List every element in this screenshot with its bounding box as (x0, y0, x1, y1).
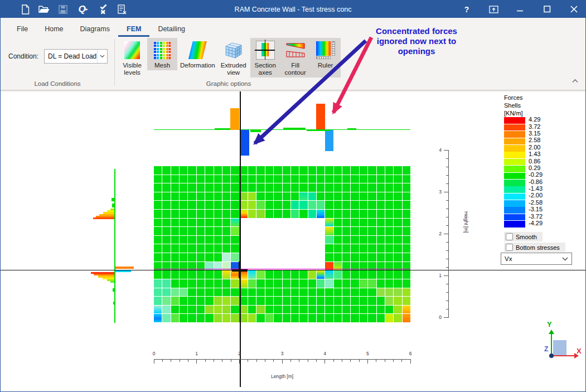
wall-opening (308, 244, 316, 253)
help-icon[interactable]: ? (461, 3, 473, 16)
component-select[interactable]: Vx (501, 253, 572, 265)
mesh-cell (222, 192, 230, 201)
mesh-cell (368, 166, 376, 175)
maximize-icon[interactable] (541, 3, 553, 16)
section-axes-button[interactable]: Sectionaxes (250, 38, 280, 78)
mesh-cell (291, 192, 299, 201)
mesh-cell (162, 288, 170, 297)
close-icon[interactable] (568, 3, 580, 16)
ruler-button[interactable]: Ruler (311, 38, 341, 78)
x-ruler-minor-tick (205, 359, 206, 362)
mesh-cell (360, 210, 367, 218)
top-force-bar (230, 108, 239, 130)
y-ruler-minor-tick (446, 309, 449, 309)
smooth-checkbox-row[interactable]: Smooth (504, 232, 543, 241)
legend-value: 3.15 (529, 130, 540, 137)
bottom-stresses-checkbox[interactable] (506, 244, 513, 251)
mesh-cell (274, 166, 282, 175)
x-ruler-minor-tick (385, 359, 385, 362)
smooth-checkbox[interactable] (506, 233, 513, 240)
y-ruler-minor-tick (446, 242, 449, 243)
mesh-cell (248, 183, 256, 192)
restore-panel-icon[interactable] (487, 3, 500, 16)
wall-opening (317, 227, 325, 235)
fill-contour-button[interactable]: Fillcontour (280, 38, 311, 78)
mesh-cell (325, 192, 333, 201)
wall-opening (291, 219, 299, 227)
mesh-cell (231, 166, 239, 175)
mesh-cell (368, 297, 376, 305)
mesh-cell (197, 306, 205, 314)
graphic-selected-group: SectionaxesFillcontourRuler (250, 38, 341, 78)
visible-levels-button[interactable]: Visiblelevels (117, 38, 147, 78)
tab-home[interactable]: Home (36, 21, 71, 37)
mesh-cell (403, 219, 410, 227)
refresh-icon[interactable]: Q▸ (76, 3, 90, 16)
mesh-cell (222, 166, 230, 175)
mesh-cell (274, 270, 282, 279)
mesh-cell (299, 306, 307, 314)
mesh-cell (283, 297, 290, 305)
y-axis-caption: Height [m] (463, 211, 469, 233)
wall-opening (299, 244, 307, 253)
mesh-cell (377, 166, 385, 175)
mesh-cell (368, 288, 376, 297)
x-axis-label: X (577, 347, 582, 355)
condition-select[interactable]: DL = Dead Load (44, 49, 108, 64)
report-icon[interactable] (117, 3, 128, 16)
open-icon[interactable] (38, 3, 50, 16)
legend-swatch (504, 152, 525, 158)
mesh-cell (222, 279, 230, 288)
mesh-cell (162, 270, 170, 279)
mesh-cell (351, 288, 359, 297)
new-document-icon[interactable] (20, 3, 31, 16)
collapse-ribbon-icon[interactable] (572, 75, 579, 85)
mesh-cell (368, 219, 376, 227)
ruler-tick-label: 5 (362, 351, 373, 356)
mesh-cell (188, 175, 196, 183)
tab-fem[interactable]: FEM (118, 21, 149, 37)
mesh-cell (222, 183, 230, 192)
mesh-cell (188, 306, 196, 314)
mesh-cell (368, 192, 376, 201)
x-ruler-major-tick (196, 359, 197, 364)
mesh-cell (394, 201, 401, 209)
mesh-cell (325, 288, 333, 297)
wall-opening (283, 219, 290, 227)
legend-scale: 4.293.723.152.582.001.430.860.29-0.29-0.… (504, 117, 543, 228)
mesh-cell (197, 279, 205, 288)
tab-file[interactable]: File (8, 21, 36, 37)
mesh-cell (342, 244, 350, 253)
extruded-view-button[interactable]: Extrudedview (218, 38, 249, 78)
mesh-cell (394, 192, 401, 201)
mesh-cell (342, 227, 350, 235)
ruler-tick-label: 3 (277, 351, 288, 356)
mesh-cell (265, 210, 273, 218)
mesh-cell (180, 175, 187, 183)
mesh-cell (180, 236, 187, 244)
extruded-view-icon (224, 40, 244, 60)
wall-opening (265, 253, 273, 262)
mesh-cell (299, 297, 307, 305)
minimize-icon[interactable] (514, 3, 526, 16)
tab-detailing[interactable]: Detailing (149, 21, 193, 37)
mesh-cell (317, 306, 325, 314)
fem-mesh (154, 166, 410, 322)
y-ruler-minor-tick (446, 267, 449, 268)
mesh-cell (205, 175, 213, 183)
wall-opening (283, 253, 290, 262)
tab-diagrams[interactable]: Diagrams (72, 21, 119, 37)
mesh-cell (188, 314, 196, 322)
bottom-stresses-checkbox-row[interactable]: Bottom stresses (504, 243, 565, 252)
bottom-stresses-checkbox-label: Bottom stresses (516, 244, 560, 251)
accept-reject-icon[interactable] (98, 3, 109, 16)
mesh-cell (351, 192, 359, 201)
mesh-cell (377, 192, 385, 201)
mesh-cell (214, 227, 222, 235)
x-ruler-major-tick (410, 359, 411, 364)
mesh-cell (154, 314, 162, 322)
mesh-cell (197, 175, 205, 183)
mesh-button[interactable]: Mesh (147, 38, 177, 70)
deformation-button[interactable]: Deformation (177, 38, 218, 70)
mesh-cell (222, 227, 230, 235)
